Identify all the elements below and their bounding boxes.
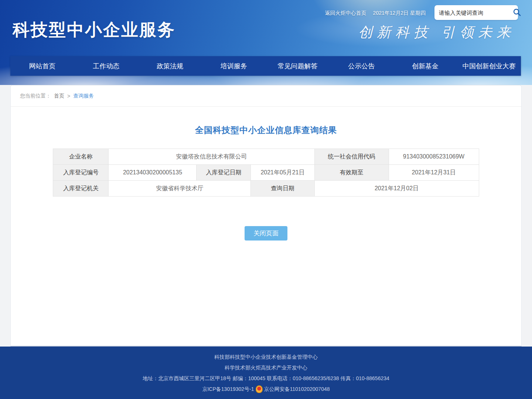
nav-item-competition[interactable]: 中国创新创业大赛 [457, 56, 521, 76]
icp-license-link[interactable]: 京ICP备13019302号-1 [202, 384, 254, 395]
content-card: 您当前位置： 首页 > 查询服务 全国科技型中小企业信息库查询结果 企业名称安徽… [10, 85, 522, 347]
public-security-record-link[interactable]: 京公网安备11010202007048 [264, 384, 330, 395]
search-icon [512, 8, 521, 18]
breadcrumb-prefix: 您当前位置： [20, 93, 51, 99]
return-torch-home-link[interactable]: 返回火炬中心首页 [325, 10, 366, 17]
main-nav: 网站首页工作动态政策法规培训服务常见问题解答公示公告创新基金中国创新创业大赛 [10, 56, 521, 76]
button-row: 关闭页面 [11, 226, 521, 241]
field-value: 202134030200005135 [109, 165, 197, 181]
field-value: 安徽省科学技术厅 [109, 181, 251, 197]
footer-line: 科技部科技型中小企业技术创新基金管理中心 [0, 352, 532, 362]
footer-line: 地址：北京市西城区三里河二区甲18号 邮编：100045 联系电话：010-88… [0, 373, 532, 384]
nav-item-training[interactable]: 培训服务 [202, 56, 266, 76]
footer-registration-line: 京ICP备13019302号-1 京公网安备11010202007048 [0, 384, 532, 395]
field-label: 统一社会信用代码 [314, 149, 389, 165]
footer-lines: 科技部科技型中小企业技术创新基金管理中心科学技术部火炬高技术产业开发中心地址：北… [0, 352, 532, 384]
breadcrumb-separator: > [67, 93, 70, 99]
result-table-body: 企业名称安徽塔孜信息技术有限公司统一社会信用代码9134030008523106… [53, 149, 479, 197]
query-result-table: 企业名称安徽塔孜信息技术有限公司统一社会信用代码9134030008523106… [53, 149, 479, 197]
table-row: 入库登记机关安徽省科学技术厅查询日期2021年12月02日 [53, 181, 479, 197]
table-row: 入库登记编号202134030200005135入库登记日期2021年05月21… [53, 165, 479, 181]
close-page-button[interactable]: 关闭页面 [245, 226, 287, 241]
nav-item-home[interactable]: 网站首页 [10, 56, 74, 76]
footer-line: 科学技术部火炬高技术产业开发中心 [0, 362, 532, 373]
footer: 科技部科技型中小企业技术创新基金管理中心科学技术部火炬高技术产业开发中心地址：北… [0, 347, 532, 399]
nav-item-news[interactable]: 工作动态 [74, 56, 138, 76]
current-date: 2021年12月2日 星期四 [373, 10, 426, 17]
field-label: 查询日期 [251, 181, 314, 197]
field-value: 2021年05月21日 [251, 165, 314, 181]
field-label: 入库登记日期 [197, 165, 251, 181]
field-label: 入库登记编号 [53, 165, 109, 181]
search-input[interactable] [439, 10, 512, 16]
breadcrumb-current-link[interactable]: 查询服务 [73, 93, 94, 99]
nav-item-policy[interactable]: 政策法规 [138, 56, 202, 76]
field-value: 2021年12月02日 [314, 181, 479, 197]
page-title: 全国科技型中小企业信息库查询结果 [11, 125, 521, 136]
top-links: 返回火炬中心首页 2021年12月2日 星期四 [325, 10, 426, 17]
search-box[interactable] [434, 5, 518, 20]
nav-item-innovation-fund[interactable]: 创新基金 [393, 56, 457, 76]
header-banner: 科技型中小企业服务 返回火炬中心首页 2021年12月2日 星期四 创新科技 引… [0, 0, 532, 85]
nav-item-faq[interactable]: 常见问题解答 [266, 56, 330, 76]
search-button[interactable] [512, 7, 521, 18]
field-value: 2021年12月31日 [389, 165, 479, 181]
field-value: 安徽塔孜信息技术有限公司 [109, 149, 314, 165]
breadcrumb-home-link[interactable]: 首页 [54, 93, 64, 99]
breadcrumb: 您当前位置： 首页 > 查询服务 [11, 85, 521, 107]
slogan-text: 创新科技 引领未来 [358, 23, 515, 42]
field-label: 有效期至 [314, 165, 389, 181]
nav-item-announcements[interactable]: 公示公告 [330, 56, 393, 76]
field-label: 企业名称 [53, 149, 109, 165]
police-badge-icon [256, 385, 263, 393]
field-value: 91340300085231069W [389, 149, 479, 165]
field-label: 入库登记机关 [53, 181, 109, 197]
table-row: 企业名称安徽塔孜信息技术有限公司统一社会信用代码9134030008523106… [53, 149, 479, 165]
site-title: 科技型中小企业服务 [13, 18, 175, 41]
